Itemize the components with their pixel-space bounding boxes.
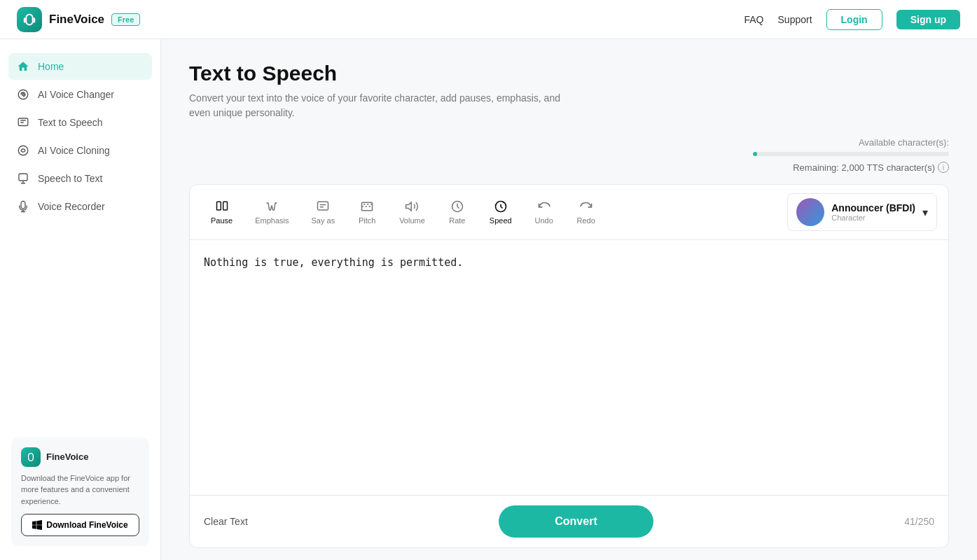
text-to-speech-icon	[17, 116, 29, 129]
toolbar-say-as-button[interactable]: Say as	[302, 195, 345, 229]
toolbar-pitch-button[interactable]: Pitch	[347, 195, 387, 229]
sidebar-item-text-to-speech-label: Text to Speech	[38, 117, 103, 128]
support-link[interactable]: Support	[778, 14, 812, 25]
promo-logo-icon	[21, 447, 41, 467]
svg-rect-6	[223, 202, 227, 210]
sidebar-item-voice-recorder[interactable]: Voice Recorder	[8, 193, 152, 220]
char-count: 41/250	[904, 516, 934, 527]
header-right: FAQ Support Login Sign up	[744, 9, 961, 30]
voice-recorder-icon	[17, 200, 29, 213]
page-subtitle: Convert your text into the voice of your…	[189, 91, 567, 120]
convert-button[interactable]: Convert	[499, 505, 653, 538]
character-info-panel: Available character(s): Remaining: 2,000…	[189, 137, 949, 173]
character-label: Character	[831, 214, 915, 222]
download-button[interactable]: Download FineVoice	[21, 514, 139, 536]
toolbar-pause-label: Pause	[211, 216, 233, 225]
header: FineVoice Free FAQ Support Login Sign up	[0, 0, 977, 39]
sidebar-item-voice-recorder-label: Voice Recorder	[38, 201, 105, 212]
home-icon	[17, 60, 29, 73]
character-selector[interactable]: Announcer (BFDI) Character ▾	[787, 193, 937, 231]
ai-voice-cloning-icon	[17, 144, 29, 157]
logo-name: FineVoice	[49, 13, 104, 27]
chevron-down-icon: ▾	[922, 206, 928, 219]
character-name: Announcer (BFDI)	[831, 202, 915, 214]
undo-icon	[537, 200, 551, 214]
toolbar-emphasis-button[interactable]: Emphasis	[245, 195, 298, 229]
sidebar-item-home[interactable]: Home	[8, 53, 152, 80]
sidebar-bottom: FineVoice Download the FineVoice app for…	[0, 438, 160, 547]
ai-voice-changer-icon	[17, 88, 29, 101]
redo-icon	[579, 200, 593, 214]
toolbar-pause-button[interactable]: Pause	[201, 195, 242, 229]
sidebar-item-text-to-speech[interactable]: Text to Speech	[8, 109, 152, 136]
promo-title: FineVoice	[46, 451, 88, 462]
volume-icon	[405, 200, 419, 214]
windows-icon	[32, 520, 42, 530]
toolbar-emphasis-label: Emphasis	[255, 216, 289, 225]
sidebar-item-ai-voice-cloning[interactable]: AI Voice Cloning	[8, 137, 152, 164]
toolbar-undo-button[interactable]: Undo	[525, 195, 564, 229]
rate-icon	[450, 200, 464, 214]
editor-card: Pause Emphasis Say as Pitch	[189, 184, 949, 548]
clear-text-button[interactable]: Clear Text	[204, 516, 248, 527]
toolbar-redo-label: Redo	[577, 216, 595, 225]
promo-logo: FineVoice	[21, 447, 139, 467]
speech-to-text-icon	[17, 172, 29, 185]
info-icon[interactable]: i	[938, 162, 949, 173]
signup-button[interactable]: Sign up	[896, 10, 960, 29]
editor-footer: Clear Text Convert 41/250	[190, 495, 948, 547]
svg-rect-7	[318, 202, 328, 210]
app-layout: Home AI Voice Changer Text to Speech AI …	[0, 0, 977, 560]
header-left: FineVoice Free	[17, 7, 140, 32]
svg-point-3	[18, 146, 28, 155]
toolbar-redo-button[interactable]: Redo	[567, 195, 606, 229]
sidebar-item-ai-voice-changer-label: AI Voice Changer	[38, 89, 114, 100]
toolbar-say-as-label: Say as	[312, 216, 335, 225]
character-info: Announcer (BFDI) Character	[831, 202, 915, 222]
main-content: Text to Speech Convert your text into th…	[161, 39, 977, 560]
logo-badge: Free	[111, 13, 140, 26]
remaining-label: Remaining: 2,000 TTS character(s)	[793, 162, 935, 173]
sidebar-promo: FineVoice Download the FineVoice app for…	[11, 438, 149, 547]
download-button-label: Download FineVoice	[46, 520, 127, 530]
toolbar-speed-button[interactable]: Speed	[480, 195, 522, 229]
svg-point-0	[18, 90, 28, 99]
toolbar: Pause Emphasis Say as Pitch	[190, 185, 948, 240]
login-button[interactable]: Login	[826, 9, 882, 30]
toolbar-right: Announcer (BFDI) Character ▾	[787, 193, 937, 231]
speed-icon	[494, 200, 508, 214]
logo-icon	[17, 7, 42, 32]
faq-link[interactable]: FAQ	[744, 14, 764, 25]
svg-point-1	[22, 94, 25, 96]
toolbar-pitch-label: Pitch	[359, 216, 375, 225]
progress-bar	[753, 152, 949, 156]
sidebar-item-ai-voice-cloning-label: AI Voice Cloning	[38, 145, 110, 156]
toolbar-volume-button[interactable]: Volume	[389, 195, 435, 229]
character-avatar	[796, 198, 824, 226]
promo-description: Download the FineVoice app for more feat…	[21, 472, 139, 507]
sidebar-nav: Home AI Voice Changer Text to Speech AI …	[0, 53, 160, 220]
sidebar-item-speech-to-text-label: Speech to Text	[38, 173, 102, 184]
emphasis-icon	[265, 200, 279, 214]
svg-rect-5	[216, 202, 221, 210]
sidebar-item-home-label: Home	[38, 61, 64, 72]
svg-rect-2	[18, 118, 28, 126]
toolbar-rate-button[interactable]: Rate	[438, 195, 477, 229]
remaining-text: Remaining: 2,000 TTS character(s) i	[793, 162, 949, 173]
pitch-icon	[360, 200, 374, 214]
sidebar: Home AI Voice Changer Text to Speech AI …	[0, 39, 161, 560]
toolbar-rate-label: Rate	[449, 216, 465, 225]
available-chars-label: Available character(s):	[859, 137, 949, 148]
sidebar-item-speech-to-text[interactable]: Speech to Text	[8, 165, 152, 192]
page-title: Text to Speech	[189, 62, 949, 85]
pause-icon	[215, 200, 229, 214]
say-as-icon	[316, 200, 330, 214]
text-input[interactable]: Nothing is true, everything is permitted…	[190, 240, 948, 492]
toolbar-volume-label: Volume	[399, 216, 425, 225]
svg-rect-4	[19, 174, 27, 181]
toolbar-speed-label: Speed	[490, 216, 512, 225]
sidebar-item-ai-voice-changer[interactable]: AI Voice Changer	[8, 81, 152, 108]
toolbar-undo-label: Undo	[535, 216, 553, 225]
progress-fill	[753, 152, 757, 156]
